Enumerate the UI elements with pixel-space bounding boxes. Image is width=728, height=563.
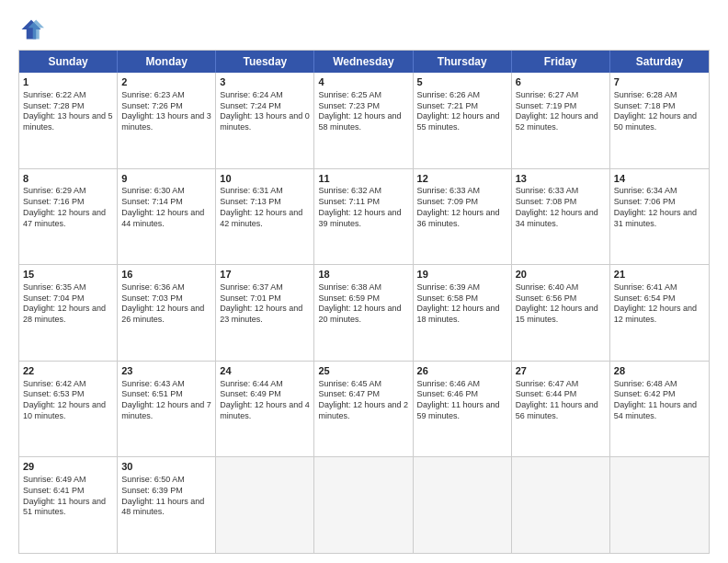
- day-number: 5: [417, 75, 507, 89]
- day-number: 16: [121, 268, 211, 282]
- day-cell: 6Sunrise: 6:27 AMSunset: 7:19 PMDaylight…: [512, 73, 610, 168]
- day-cell: 13Sunrise: 6:33 AMSunset: 7:08 PMDayligh…: [512, 169, 610, 265]
- calendar: SundayMondayTuesdayWednesdayThursdayFrid…: [18, 50, 710, 554]
- day-number: 3: [220, 75, 310, 89]
- calendar-row: 29Sunrise: 6:49 AMSunset: 6:41 PMDayligh…: [19, 456, 709, 553]
- day-cell: 19Sunrise: 6:39 AMSunset: 6:58 PMDayligh…: [414, 265, 512, 361]
- cell-info: Sunrise: 6:44 AMSunset: 6:49 PMDaylight:…: [220, 379, 310, 422]
- day-cell: 24Sunrise: 6:44 AMSunset: 6:49 PMDayligh…: [216, 362, 314, 457]
- page: SundayMondayTuesdayWednesdayThursdayFrid…: [0, 0, 728, 563]
- empty-cell: [314, 457, 413, 553]
- day-cell: 10Sunrise: 6:31 AMSunset: 7:13 PMDayligh…: [216, 169, 314, 265]
- weekday-header: Thursday: [414, 51, 512, 73]
- day-number: 18: [318, 268, 408, 282]
- day-number: 15: [23, 268, 113, 282]
- cell-info: Sunrise: 6:39 AMSunset: 6:58 PMDaylight:…: [417, 282, 507, 326]
- cell-info: Sunrise: 6:48 AMSunset: 6:42 PMDaylight:…: [614, 379, 705, 422]
- day-cell: 29Sunrise: 6:49 AMSunset: 6:41 PMDayligh…: [19, 457, 118, 553]
- day-cell: 8Sunrise: 6:29 AMSunset: 7:16 PMDaylight…: [19, 169, 118, 265]
- empty-cell: [414, 457, 512, 553]
- cell-info: Sunrise: 6:33 AMSunset: 7:08 PMDaylight:…: [516, 186, 606, 229]
- cell-info: Sunrise: 6:27 AMSunset: 7:19 PMDaylight:…: [516, 90, 606, 133]
- calendar-row: 22Sunrise: 6:42 AMSunset: 6:53 PMDayligh…: [19, 361, 709, 457]
- cell-info: Sunrise: 6:34 AMSunset: 7:06 PMDaylight:…: [614, 186, 705, 229]
- day-cell: 27Sunrise: 6:47 AMSunset: 6:44 PMDayligh…: [512, 362, 610, 457]
- cell-info: Sunrise: 6:28 AMSunset: 7:18 PMDaylight:…: [614, 90, 705, 133]
- day-number: 23: [121, 364, 211, 378]
- weekday-header: Wednesday: [314, 51, 413, 73]
- logo-icon: [18, 17, 44, 42]
- day-number: 24: [220, 364, 310, 378]
- logo: [18, 17, 48, 42]
- day-number: 13: [516, 172, 606, 186]
- day-number: 11: [318, 172, 408, 186]
- day-number: 9: [121, 172, 211, 186]
- cell-info: Sunrise: 6:24 AMSunset: 7:24 PMDaylight:…: [220, 90, 310, 133]
- day-cell: 23Sunrise: 6:43 AMSunset: 6:51 PMDayligh…: [118, 362, 216, 457]
- day-cell: 12Sunrise: 6:33 AMSunset: 7:09 PMDayligh…: [414, 169, 512, 265]
- cell-info: Sunrise: 6:35 AMSunset: 7:04 PMDaylight:…: [23, 282, 113, 326]
- day-number: 12: [417, 172, 507, 186]
- day-number: 8: [23, 172, 113, 186]
- empty-cell: [512, 457, 610, 553]
- day-cell: 1Sunrise: 6:22 AMSunset: 7:28 PMDaylight…: [19, 73, 118, 168]
- cell-info: Sunrise: 6:43 AMSunset: 6:51 PMDaylight:…: [121, 379, 211, 422]
- day-number: 27: [516, 364, 606, 378]
- cell-info: Sunrise: 6:46 AMSunset: 6:46 PMDaylight:…: [417, 379, 507, 422]
- day-number: 22: [23, 364, 113, 378]
- cell-info: Sunrise: 6:33 AMSunset: 7:09 PMDaylight:…: [417, 186, 507, 229]
- weekday-header: Tuesday: [216, 51, 314, 73]
- day-number: 28: [614, 364, 705, 378]
- day-number: 19: [417, 268, 507, 282]
- weekday-header: Monday: [118, 51, 216, 73]
- day-number: 6: [516, 75, 606, 89]
- cell-info: Sunrise: 6:32 AMSunset: 7:11 PMDaylight:…: [318, 186, 408, 229]
- day-number: 21: [614, 268, 705, 282]
- cell-info: Sunrise: 6:41 AMSunset: 6:54 PMDaylight:…: [614, 282, 705, 326]
- calendar-row: 15Sunrise: 6:35 AMSunset: 7:04 PMDayligh…: [19, 264, 709, 361]
- day-number: 26: [417, 364, 507, 378]
- day-cell: 20Sunrise: 6:40 AMSunset: 6:56 PMDayligh…: [512, 265, 610, 361]
- day-number: 17: [220, 268, 310, 282]
- day-number: 29: [23, 460, 113, 474]
- cell-info: Sunrise: 6:38 AMSunset: 6:59 PMDaylight:…: [318, 282, 408, 326]
- day-cell: 16Sunrise: 6:36 AMSunset: 7:03 PMDayligh…: [118, 265, 216, 361]
- day-number: 14: [614, 172, 705, 186]
- calendar-header: SundayMondayTuesdayWednesdayThursdayFrid…: [19, 51, 709, 73]
- cell-info: Sunrise: 6:36 AMSunset: 7:03 PMDaylight:…: [121, 282, 211, 326]
- cell-info: Sunrise: 6:25 AMSunset: 7:23 PMDaylight:…: [318, 90, 408, 133]
- day-cell: 17Sunrise: 6:37 AMSunset: 7:01 PMDayligh…: [216, 265, 314, 361]
- day-number: 4: [318, 75, 408, 89]
- cell-info: Sunrise: 6:49 AMSunset: 6:41 PMDaylight:…: [23, 475, 113, 518]
- day-cell: 3Sunrise: 6:24 AMSunset: 7:24 PMDaylight…: [216, 73, 314, 168]
- cell-info: Sunrise: 6:42 AMSunset: 6:53 PMDaylight:…: [23, 379, 113, 422]
- empty-cell: [216, 457, 314, 553]
- day-cell: 5Sunrise: 6:26 AMSunset: 7:21 PMDaylight…: [414, 73, 512, 168]
- cell-info: Sunrise: 6:50 AMSunset: 6:39 PMDaylight:…: [121, 475, 211, 518]
- day-cell: 18Sunrise: 6:38 AMSunset: 6:59 PMDayligh…: [314, 265, 413, 361]
- cell-info: Sunrise: 6:26 AMSunset: 7:21 PMDaylight:…: [417, 90, 507, 133]
- day-number: 25: [318, 364, 408, 378]
- day-number: 2: [121, 75, 211, 89]
- day-number: 7: [614, 75, 705, 89]
- cell-info: Sunrise: 6:22 AMSunset: 7:28 PMDaylight:…: [23, 90, 113, 133]
- cell-info: Sunrise: 6:23 AMSunset: 7:26 PMDaylight:…: [121, 90, 211, 133]
- calendar-row: 8Sunrise: 6:29 AMSunset: 7:16 PMDaylight…: [19, 168, 709, 265]
- day-number: 20: [516, 268, 606, 282]
- day-cell: 15Sunrise: 6:35 AMSunset: 7:04 PMDayligh…: [19, 265, 118, 361]
- day-cell: 14Sunrise: 6:34 AMSunset: 7:06 PMDayligh…: [610, 169, 709, 265]
- day-cell: 9Sunrise: 6:30 AMSunset: 7:14 PMDaylight…: [118, 169, 216, 265]
- day-number: 1: [23, 75, 113, 89]
- weekday-header: Sunday: [19, 51, 118, 73]
- day-number: 30: [121, 460, 211, 474]
- weekday-header: Friday: [512, 51, 610, 73]
- day-cell: 7Sunrise: 6:28 AMSunset: 7:18 PMDaylight…: [610, 73, 709, 168]
- cell-info: Sunrise: 6:45 AMSunset: 6:47 PMDaylight:…: [318, 379, 408, 422]
- day-number: 10: [220, 172, 310, 186]
- cell-info: Sunrise: 6:31 AMSunset: 7:13 PMDaylight:…: [220, 186, 310, 229]
- empty-cell: [610, 457, 709, 553]
- day-cell: 11Sunrise: 6:32 AMSunset: 7:11 PMDayligh…: [314, 169, 413, 265]
- day-cell: 22Sunrise: 6:42 AMSunset: 6:53 PMDayligh…: [19, 362, 118, 457]
- cell-info: Sunrise: 6:30 AMSunset: 7:14 PMDaylight:…: [121, 186, 211, 229]
- cell-info: Sunrise: 6:40 AMSunset: 6:56 PMDaylight:…: [516, 282, 606, 326]
